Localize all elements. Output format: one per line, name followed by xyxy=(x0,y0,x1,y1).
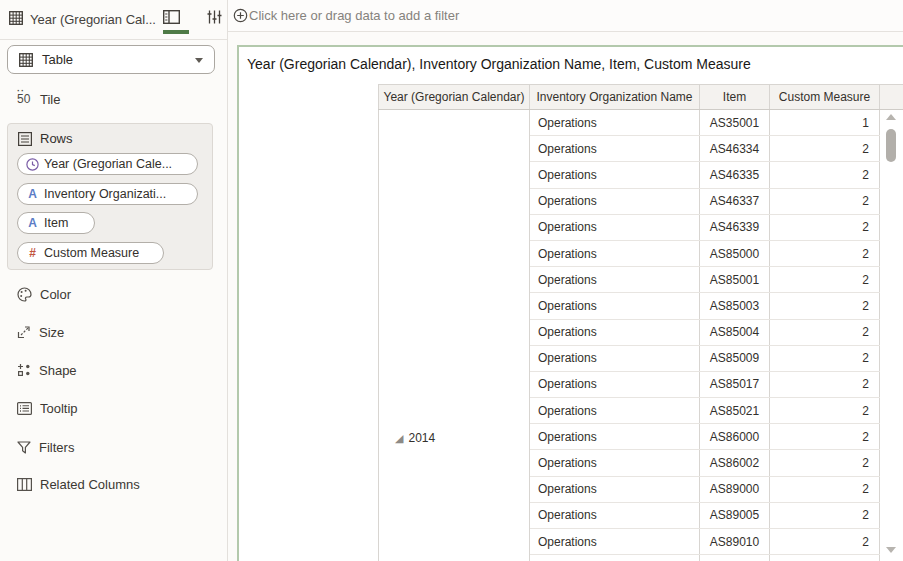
table-cell[interactable]: AS85004 xyxy=(700,320,770,345)
table-cell[interactable]: AS89010 xyxy=(700,529,770,554)
table-row[interactable]: OperationsAS463372 xyxy=(530,189,880,215)
table-cell[interactable]: 2 xyxy=(770,267,880,292)
table-cell[interactable]: 1 xyxy=(770,110,880,135)
sidebar-item-filters[interactable]: Filters xyxy=(0,434,227,460)
table-cell[interactable]: Operations xyxy=(530,529,700,554)
table-cell[interactable]: Operations xyxy=(530,293,700,318)
table-cell[interactable]: AS85001 xyxy=(700,267,770,292)
table-row[interactable]: OperationsAS850032 xyxy=(530,293,880,319)
table-cell[interactable]: AS46339 xyxy=(700,215,770,240)
table-scrollbar[interactable] xyxy=(884,110,898,556)
viz-type-dropdown[interactable]: Table xyxy=(7,45,215,74)
sidebar-item-shape[interactable]: Shape xyxy=(0,357,227,383)
table-cell[interactable]: 2 xyxy=(770,477,880,502)
table-cell[interactable]: Operations xyxy=(530,477,700,502)
rows-pill-inventory-org[interactable]: A Inventory Organizati... xyxy=(17,183,198,205)
table-row[interactable]: OperationsAS890102 xyxy=(530,529,880,555)
sidebar-item-tile[interactable]: ··50 Tile xyxy=(0,86,227,112)
table-row[interactable]: OperationsAS890052 xyxy=(530,503,880,529)
table-row[interactable]: OperationsAS463342 xyxy=(530,136,880,162)
table-cell[interactable]: 2 xyxy=(770,241,880,266)
table-cell[interactable]: Operations xyxy=(530,346,700,371)
grammar-panel-icon[interactable] xyxy=(163,10,180,24)
column-header-measure[interactable]: Custom Measure xyxy=(770,85,880,109)
table-cell[interactable]: AS85021 xyxy=(700,398,770,423)
table-cell[interactable]: 2 xyxy=(770,503,880,528)
sidebar-item-related-columns[interactable]: Related Columns xyxy=(0,471,227,497)
viz-canvas[interactable]: Year (Gregorian Calendar), Inventory Org… xyxy=(237,45,903,561)
table-row[interactable]: OperationsAS850002 xyxy=(530,241,880,267)
table-cell[interactable]: Operations xyxy=(530,189,700,214)
column-header-year[interactable]: Year (Gregorian Calendar) xyxy=(378,85,530,109)
table-cell[interactable]: 2 xyxy=(770,215,880,240)
table-cell[interactable]: 2 xyxy=(770,346,880,371)
table-row[interactable]: OperationsAS850092 xyxy=(530,346,880,372)
table-cell[interactable]: Operations xyxy=(530,267,700,292)
table-cell[interactable]: Operations xyxy=(530,503,700,528)
scrollbar-thumb[interactable] xyxy=(886,129,896,162)
column-header-org[interactable]: Inventory Organization Name xyxy=(530,85,700,109)
table-header-row: Year (Gregorian Calendar) Inventory Orga… xyxy=(378,84,903,110)
table-row[interactable]: OperationsAS350011 xyxy=(530,110,880,136)
column-header-item[interactable]: Item xyxy=(700,85,770,109)
table-cell[interactable]: AS46335 xyxy=(700,162,770,187)
table-cell[interactable]: 2 xyxy=(770,293,880,318)
table-cell[interactable]: AS46337 xyxy=(700,189,770,214)
collapse-group-icon[interactable]: ◢ xyxy=(395,432,403,445)
properties-icon[interactable] xyxy=(207,10,222,24)
table-cell[interactable]: AS86002 xyxy=(700,450,770,475)
table-row[interactable]: OperationsAS850212 xyxy=(530,398,880,424)
table-cell[interactable]: Operations xyxy=(530,215,700,240)
table-cell[interactable]: 2 xyxy=(770,136,880,161)
filter-bar-prompt: Click here or drag data to add a filter xyxy=(249,8,459,23)
table-cell[interactable]: 2 xyxy=(770,189,880,214)
table-cell[interactable]: Operations xyxy=(530,372,700,397)
table-row[interactable]: OperationsAS860022 xyxy=(530,450,880,476)
rows-pill-item[interactable]: A Item xyxy=(17,212,95,234)
data-table: Year (Gregorian Calendar) Inventory Orga… xyxy=(378,84,903,561)
table-cell[interactable]: 2 xyxy=(770,424,880,449)
table-cell[interactable]: 2 xyxy=(770,372,880,397)
year-group-label[interactable]: ◢ 2014 xyxy=(395,425,435,451)
table-cell[interactable]: Operations xyxy=(530,241,700,266)
table-cell[interactable]: Operations xyxy=(530,320,700,345)
rows-section: Rows Year (Gregorian Cale... A Inventory… xyxy=(7,123,213,270)
table-cell[interactable]: Operations xyxy=(530,424,700,449)
table-cell[interactable]: Operations xyxy=(530,136,700,161)
sidebar-item-size[interactable]: Size xyxy=(0,319,227,345)
table-row[interactable]: OperationsAS850172 xyxy=(530,372,880,398)
table-cell[interactable]: 2 xyxy=(770,320,880,345)
rows-pill-custom-measure[interactable]: # Custom Measure xyxy=(17,242,164,264)
table-cell[interactable]: AS85017 xyxy=(700,372,770,397)
table-row[interactable]: OperationsAS850012 xyxy=(530,267,880,293)
table-row[interactable]: OperationsAS860002 xyxy=(530,424,880,450)
filter-bar[interactable]: Click here or drag data to add a filter xyxy=(228,0,903,32)
table-cell[interactable]: 2 xyxy=(770,529,880,554)
table-cell[interactable]: Operations xyxy=(530,450,700,475)
scroll-down-icon[interactable] xyxy=(886,547,896,553)
table-cell[interactable]: Operations xyxy=(530,110,700,135)
table-cell[interactable]: AS89000 xyxy=(700,477,770,502)
table-cell[interactable]: AS86000 xyxy=(700,424,770,449)
table-cell[interactable]: Operations xyxy=(530,398,700,423)
color-icon xyxy=(17,287,32,302)
table-cell[interactable]: 2 xyxy=(770,162,880,187)
table-row[interactable]: OperationsAS463392 xyxy=(530,215,880,241)
table-cell[interactable]: AS35001 xyxy=(700,110,770,135)
table-cell[interactable]: 2 xyxy=(770,398,880,423)
viz-tab-title[interactable]: Year (Gregorian Cal... xyxy=(30,12,156,27)
table-cell[interactable]: AS85009 xyxy=(700,346,770,371)
table-row[interactable]: OperationsAS890002 xyxy=(530,477,880,503)
table-cell[interactable]: AS85003 xyxy=(700,293,770,318)
scroll-up-icon[interactable] xyxy=(886,114,896,120)
table-cell[interactable]: 2 xyxy=(770,450,880,475)
table-cell[interactable]: AS89005 xyxy=(700,503,770,528)
table-cell[interactable]: AS85000 xyxy=(700,241,770,266)
table-row[interactable]: OperationsAS463352 xyxy=(530,162,880,188)
table-row[interactable]: OperationsAS850042 xyxy=(530,320,880,346)
table-cell[interactable]: AS46334 xyxy=(700,136,770,161)
table-cell[interactable]: Operations xyxy=(530,162,700,187)
sidebar-item-tooltip[interactable]: Tooltip xyxy=(0,395,227,421)
rows-pill-year[interactable]: Year (Gregorian Cale... xyxy=(17,153,198,175)
sidebar-item-color[interactable]: Color xyxy=(0,281,227,307)
